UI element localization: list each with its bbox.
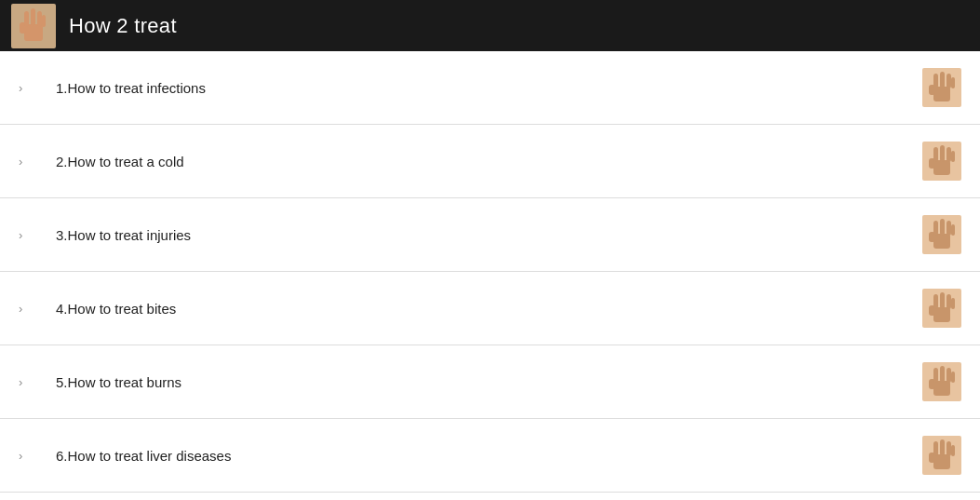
hand-thumb-icon <box>922 362 961 401</box>
svg-rect-32 <box>940 292 945 309</box>
svg-rect-13 <box>951 77 955 88</box>
svg-rect-41 <box>951 372 955 383</box>
item-label: 2.How to treat a cold <box>56 154 184 169</box>
svg-rect-3 <box>24 11 29 27</box>
hand-thumb-icon <box>922 142 961 181</box>
hand-thumb-icon <box>922 289 961 328</box>
svg-rect-10 <box>933 74 938 88</box>
svg-rect-48 <box>951 445 955 456</box>
hand-thumb-icon <box>922 436 961 475</box>
svg-rect-4 <box>31 8 35 26</box>
svg-rect-33 <box>946 294 951 309</box>
app-logo <box>11 4 56 48</box>
chevron-down-icon: › <box>19 376 22 388</box>
app-header: How 2 treat <box>0 0 980 51</box>
svg-rect-47 <box>946 441 951 456</box>
list-item[interactable]: › 4.How to treat bites <box>0 272 980 345</box>
svg-rect-29 <box>933 307 950 322</box>
svg-rect-20 <box>951 151 955 162</box>
list-item[interactable]: › 5.How to treat burns <box>0 345 980 419</box>
svg-rect-46 <box>940 439 945 456</box>
svg-rect-24 <box>933 221 938 236</box>
svg-rect-38 <box>933 368 938 383</box>
svg-rect-12 <box>946 74 951 88</box>
item-label: 6.How to treat liver diseases <box>56 448 231 464</box>
list-item[interactable]: › 6.How to treat liver diseases <box>0 419 980 493</box>
svg-rect-31 <box>933 294 938 309</box>
svg-rect-8 <box>933 87 950 101</box>
item-label: 3.How to treat injuries <box>56 227 191 243</box>
item-label: 5.How to treat burns <box>56 374 181 390</box>
svg-rect-26 <box>946 221 951 236</box>
svg-rect-11 <box>940 72 945 88</box>
chevron-down-icon: › <box>19 303 22 315</box>
svg-rect-17 <box>933 147 938 162</box>
svg-rect-34 <box>951 298 955 309</box>
item-label: 4.How to treat bites <box>56 301 176 317</box>
svg-rect-39 <box>940 366 945 383</box>
hand-thumb-icon <box>922 215 961 254</box>
topics-list: › 1.How to treat infections › 2.How to t… <box>0 51 980 500</box>
app-title: How 2 treat <box>69 14 177 38</box>
list-item[interactable]: › 1.How to treat infections <box>0 51 980 125</box>
list-item[interactable]: › 7.How to treat skin diseases <box>0 493 980 500</box>
svg-rect-25 <box>940 219 945 236</box>
svg-rect-36 <box>933 381 950 396</box>
list-item[interactable]: › 2.How to treat a cold <box>0 125 980 198</box>
svg-rect-6 <box>42 15 46 27</box>
item-label: 1.How to treat infections <box>56 80 206 96</box>
svg-rect-5 <box>37 11 42 27</box>
chevron-down-icon: › <box>19 450 22 462</box>
hand-thumb-icon <box>922 68 961 107</box>
svg-rect-45 <box>933 441 938 456</box>
svg-rect-40 <box>946 368 951 383</box>
svg-rect-43 <box>933 454 950 469</box>
svg-rect-18 <box>940 145 945 162</box>
svg-rect-19 <box>946 147 951 162</box>
svg-rect-22 <box>933 234 950 249</box>
list-item[interactable]: › 3.How to treat injuries <box>0 198 980 272</box>
svg-rect-27 <box>951 224 955 236</box>
chevron-down-icon: › <box>19 82 22 94</box>
chevron-down-icon: › <box>19 155 22 168</box>
chevron-down-icon: › <box>19 229 22 241</box>
svg-rect-15 <box>933 160 950 175</box>
